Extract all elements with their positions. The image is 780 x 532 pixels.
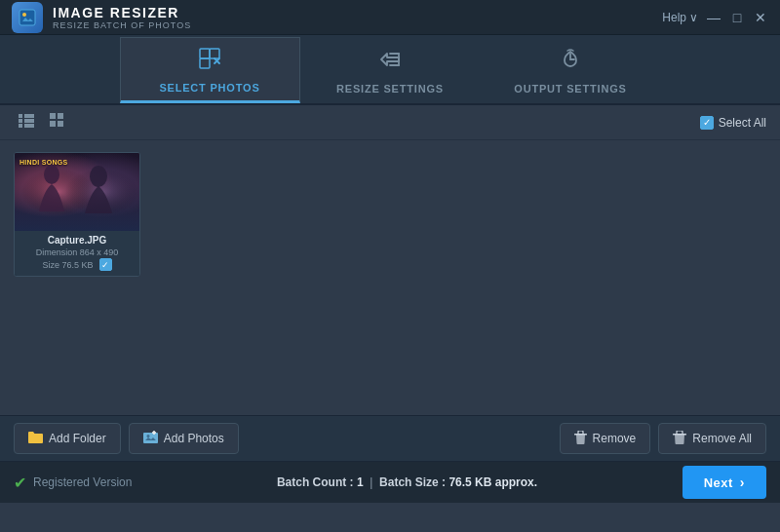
svg-rect-17 — [58, 121, 63, 127]
help-chevron-icon: ∨ — [689, 11, 698, 24]
resize-settings-icon — [377, 47, 403, 78]
left-actions: Add Folder Add Photos — [14, 423, 239, 454]
close-button[interactable]: ✕ — [753, 10, 768, 25]
remove-icon — [574, 431, 587, 447]
app-title-text: IMAGE RESIZER RESIZE BATCH OF PHOTOS — [53, 5, 191, 30]
svg-rect-8 — [19, 114, 22, 118]
status-left: ✔ Registered Version — [14, 474, 132, 492]
window-controls: Help ∨ — □ ✕ — [662, 10, 768, 25]
bottom-actions: Add Folder Add Photos — [0, 415, 780, 462]
app-logo-area: IMAGE RESIZER RESIZE BATCH OF PHOTOS — [12, 2, 191, 33]
photo-thumbnail: HINDI SONGS — [15, 153, 139, 231]
right-actions: Remove Remove All — [560, 423, 766, 454]
add-photos-label: Add Photos — [164, 432, 224, 445]
status-center: Batch Count : 1 | Batch Size : 76.5 KB a… — [277, 475, 537, 489]
svg-rect-0 — [20, 10, 35, 25]
tab-resize-settings[interactable]: RESIZE SETTINGS — [300, 37, 481, 103]
svg-rect-3 — [210, 49, 219, 58]
svg-rect-12 — [19, 124, 22, 128]
tabs-bar: SELECT PHOTOS RESIZE SETTINGS OUTPUT SET… — [0, 35, 780, 105]
svg-rect-4 — [200, 58, 210, 68]
app-logo — [12, 2, 43, 33]
app-title-main: IMAGE RESIZER — [53, 5, 191, 20]
svg-point-1 — [22, 13, 26, 17]
registered-label: Registered Version — [33, 475, 132, 489]
status-bar: ✔ Registered Version Batch Count : 1 | B… — [0, 462, 780, 503]
add-photos-icon — [143, 431, 158, 446]
add-photos-button[interactable]: Add Photos — [129, 423, 239, 454]
remove-all-icon — [673, 431, 686, 447]
remove-all-button[interactable]: Remove All — [658, 423, 766, 454]
svg-rect-10 — [19, 119, 22, 123]
remove-button[interactable]: Remove — [560, 423, 651, 454]
batch-count-value: 1 — [357, 475, 364, 489]
batch-size-value: 76.5 KB approx. — [448, 475, 537, 489]
svg-rect-14 — [50, 113, 56, 119]
tab-resize-settings-label: RESIZE SETTINGS — [336, 83, 444, 95]
tab-select-photos-label: SELECT PHOTOS — [159, 82, 259, 94]
tab-output-settings[interactable]: OUTPUT SETTINGS — [481, 37, 661, 103]
batch-count-label: Batch Count : — [277, 475, 354, 489]
tab-select-photos[interactable]: SELECT PHOTOS — [120, 37, 300, 103]
grid-view-button[interactable] — [45, 110, 70, 134]
svg-point-21 — [90, 166, 107, 187]
photo-size-row: Size 76.5 KB ✓ — [20, 258, 135, 271]
next-arrow-icon: › — [740, 475, 745, 490]
select-all-area[interactable]: ✓ Select All — [700, 116, 766, 130]
svg-rect-9 — [24, 114, 34, 118]
title-bar: IMAGE RESIZER RESIZE BATCH OF PHOTOS Hel… — [0, 0, 780, 35]
svg-point-23 — [146, 435, 149, 437]
svg-point-20 — [44, 165, 59, 184]
batch-size-label: Batch Size : — [379, 475, 446, 489]
photo-item: HINDI SONGS Capture.JPG Dimension 864 x … — [14, 152, 140, 277]
list-view-button[interactable] — [14, 110, 39, 134]
svg-rect-16 — [50, 121, 56, 127]
add-folder-button[interactable]: Add Folder — [14, 423, 121, 454]
tab-output-settings-label: OUTPUT SETTINGS — [514, 83, 626, 95]
photo-dimension: Dimension 864 x 490 — [20, 247, 135, 257]
view-toggles — [14, 110, 70, 134]
next-label: Next — [704, 475, 733, 490]
select-all-label: Select All — [719, 116, 766, 130]
photo-checkbox[interactable]: ✓ — [99, 258, 112, 271]
add-folder-label: Add Folder — [49, 432, 106, 445]
photo-filename: Capture.JPG — [20, 235, 135, 246]
svg-rect-13 — [24, 124, 34, 128]
remove-all-label: Remove All — [692, 432, 752, 445]
help-label: Help — [662, 11, 686, 24]
select-photos-icon — [197, 46, 222, 77]
svg-rect-2 — [200, 49, 210, 58]
toolbar: ✓ Select All — [0, 105, 780, 140]
remove-label: Remove — [593, 432, 637, 445]
help-button[interactable]: Help ∨ — [662, 11, 698, 24]
photo-size: Size 76.5 KB — [42, 260, 93, 270]
photo-info: Capture.JPG Dimension 864 x 490 Size 76.… — [15, 231, 139, 276]
svg-rect-11 — [24, 119, 34, 123]
svg-rect-15 — [58, 113, 63, 119]
main-content: HINDI SONGS Capture.JPG Dimension 864 x … — [0, 140, 780, 415]
next-button[interactable]: Next › — [682, 466, 766, 499]
app-title-sub: RESIZE BATCH OF PHOTOS — [53, 20, 191, 30]
maximize-button[interactable]: □ — [729, 10, 745, 25]
minimize-button[interactable]: — — [706, 10, 722, 25]
select-all-checkbox[interactable]: ✓ — [700, 116, 714, 130]
folder-icon — [28, 431, 43, 446]
svg-rect-22 — [143, 433, 158, 443]
svg-rect-19 — [15, 153, 139, 231]
output-settings-icon — [558, 47, 583, 78]
registered-icon: ✔ — [14, 474, 26, 492]
